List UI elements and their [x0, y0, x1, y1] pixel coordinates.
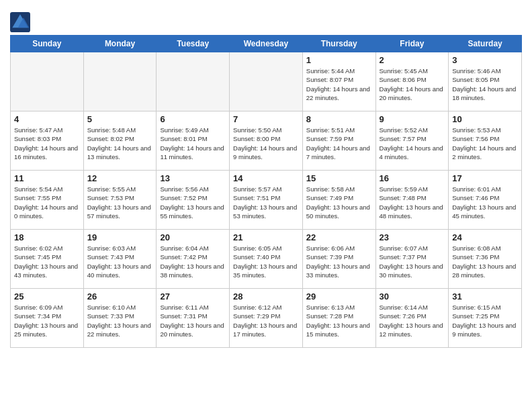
col-header-sunday: Sunday: [11, 36, 84, 52]
calendar-cell: 11Sunrise: 5:54 AM Sunset: 7:55 PM Dayli…: [11, 171, 84, 230]
day-number: 7: [233, 114, 299, 124]
col-header-thursday: Thursday: [302, 36, 375, 52]
calendar-cell: 29Sunrise: 6:13 AM Sunset: 7:28 PM Dayli…: [302, 289, 375, 348]
calendar-cell: 31Sunrise: 6:15 AM Sunset: 7:25 PM Dayli…: [449, 289, 522, 348]
day-number: 17: [452, 173, 518, 183]
day-info: Sunrise: 5:55 AM Sunset: 7:53 PM Dayligh…: [87, 185, 153, 220]
col-header-wednesday: Wednesday: [230, 36, 303, 52]
day-number: 31: [452, 291, 518, 302]
day-number: 3: [452, 55, 518, 65]
logo-icon: [10, 12, 30, 32]
calendar-cell: 25Sunrise: 6:09 AM Sunset: 7:34 PM Dayli…: [11, 289, 84, 348]
calendar-cell: 6Sunrise: 5:49 AM Sunset: 8:01 PM Daylig…: [157, 111, 230, 171]
calendar-cell: 12Sunrise: 5:55 AM Sunset: 7:53 PM Dayli…: [83, 171, 157, 230]
day-info: Sunrise: 5:52 AM Sunset: 7:57 PM Dayligh…: [380, 126, 445, 161]
day-number: 16: [380, 173, 445, 183]
day-number: 27: [160, 291, 226, 302]
calendar-cell: 13Sunrise: 5:56 AM Sunset: 7:52 PM Dayli…: [157, 171, 230, 230]
day-info: Sunrise: 5:54 AM Sunset: 7:55 PM Dayligh…: [14, 185, 80, 220]
day-info: Sunrise: 6:01 AM Sunset: 7:46 PM Dayligh…: [452, 185, 518, 220]
calendar-cell: 8Sunrise: 5:51 AM Sunset: 7:59 PM Daylig…: [302, 111, 375, 171]
week-row-2: 4Sunrise: 5:47 AM Sunset: 8:03 PM Daylig…: [11, 111, 522, 171]
calendar-cell: 22Sunrise: 6:06 AM Sunset: 7:39 PM Dayli…: [302, 230, 375, 289]
day-info: Sunrise: 6:02 AM Sunset: 7:45 PM Dayligh…: [14, 244, 80, 279]
day-number: 25: [14, 291, 80, 302]
calendar-cell: [83, 52, 157, 111]
calendar-cell: [157, 52, 230, 111]
day-info: Sunrise: 5:49 AM Sunset: 8:01 PM Dayligh…: [160, 126, 226, 161]
day-info: Sunrise: 6:08 AM Sunset: 7:36 PM Dayligh…: [452, 244, 518, 279]
day-number: 8: [306, 114, 372, 124]
day-number: 10: [452, 114, 518, 124]
day-number: 28: [233, 291, 299, 302]
col-header-monday: Monday: [83, 36, 157, 52]
day-number: 26: [87, 291, 153, 302]
day-info: Sunrise: 5:44 AM Sunset: 8:07 PM Dayligh…: [306, 66, 372, 102]
calendar-cell: 17Sunrise: 6:01 AM Sunset: 7:46 PM Dayli…: [449, 171, 522, 230]
day-number: 4: [14, 114, 80, 124]
day-info: Sunrise: 5:57 AM Sunset: 7:51 PM Dayligh…: [233, 185, 299, 220]
col-header-saturday: Saturday: [449, 36, 522, 52]
calendar-cell: 21Sunrise: 6:05 AM Sunset: 7:40 PM Dayli…: [230, 230, 303, 289]
logo: [10, 12, 33, 32]
day-number: 1: [306, 55, 372, 65]
day-info: Sunrise: 5:47 AM Sunset: 8:03 PM Dayligh…: [14, 126, 80, 161]
day-info: Sunrise: 6:12 AM Sunset: 7:29 PM Dayligh…: [233, 303, 299, 338]
page-header: [10, 7, 522, 32]
day-info: Sunrise: 6:09 AM Sunset: 7:34 PM Dayligh…: [14, 303, 80, 338]
day-number: 23: [380, 232, 445, 242]
calendar-cell: 2Sunrise: 5:45 AM Sunset: 8:06 PM Daylig…: [375, 52, 449, 111]
day-info: Sunrise: 6:04 AM Sunset: 7:42 PM Dayligh…: [160, 244, 226, 279]
calendar-cell: 30Sunrise: 6:14 AM Sunset: 7:26 PM Dayli…: [375, 289, 449, 348]
day-info: Sunrise: 6:11 AM Sunset: 7:31 PM Dayligh…: [160, 303, 226, 338]
day-info: Sunrise: 5:45 AM Sunset: 8:06 PM Dayligh…: [380, 66, 445, 102]
calendar-cell: [11, 52, 84, 111]
calendar-cell: 5Sunrise: 5:48 AM Sunset: 8:02 PM Daylig…: [83, 111, 157, 171]
calendar-cell: 14Sunrise: 5:57 AM Sunset: 7:51 PM Dayli…: [230, 171, 303, 230]
calendar-cell: 20Sunrise: 6:04 AM Sunset: 7:42 PM Dayli…: [157, 230, 230, 289]
week-row-4: 18Sunrise: 6:02 AM Sunset: 7:45 PM Dayli…: [11, 230, 522, 289]
day-info: Sunrise: 6:14 AM Sunset: 7:26 PM Dayligh…: [380, 303, 445, 338]
calendar-cell: 10Sunrise: 5:53 AM Sunset: 7:56 PM Dayli…: [449, 111, 522, 171]
calendar-cell: 9Sunrise: 5:52 AM Sunset: 7:57 PM Daylig…: [375, 111, 449, 171]
day-number: 13: [160, 173, 226, 183]
day-number: 22: [306, 232, 372, 242]
day-number: 9: [380, 114, 445, 124]
day-info: Sunrise: 5:58 AM Sunset: 7:49 PM Dayligh…: [306, 185, 372, 220]
week-row-1: 1Sunrise: 5:44 AM Sunset: 8:07 PM Daylig…: [11, 52, 522, 111]
day-number: 29: [306, 291, 372, 302]
day-number: 2: [380, 55, 445, 65]
day-info: Sunrise: 5:56 AM Sunset: 7:52 PM Dayligh…: [160, 185, 226, 220]
calendar-cell: 28Sunrise: 6:12 AM Sunset: 7:29 PM Dayli…: [230, 289, 303, 348]
day-number: 30: [380, 291, 445, 302]
day-info: Sunrise: 5:50 AM Sunset: 8:00 PM Dayligh…: [233, 126, 299, 161]
day-number: 14: [233, 173, 299, 183]
calendar-cell: [230, 52, 303, 111]
day-number: 19: [87, 232, 153, 242]
day-info: Sunrise: 6:07 AM Sunset: 7:37 PM Dayligh…: [380, 244, 445, 279]
day-number: 18: [14, 232, 80, 242]
calendar-cell: 4Sunrise: 5:47 AM Sunset: 8:03 PM Daylig…: [11, 111, 84, 171]
col-header-tuesday: Tuesday: [157, 36, 230, 52]
week-row-3: 11Sunrise: 5:54 AM Sunset: 7:55 PM Dayli…: [11, 171, 522, 230]
calendar-cell: 19Sunrise: 6:03 AM Sunset: 7:43 PM Dayli…: [83, 230, 157, 289]
day-info: Sunrise: 6:10 AM Sunset: 7:33 PM Dayligh…: [87, 303, 153, 338]
calendar-cell: 18Sunrise: 6:02 AM Sunset: 7:45 PM Dayli…: [11, 230, 84, 289]
calendar-cell: 15Sunrise: 5:58 AM Sunset: 7:49 PM Dayli…: [302, 171, 375, 230]
calendar-table: SundayMondayTuesdayWednesdayThursdayFrid…: [10, 35, 522, 348]
calendar-cell: 27Sunrise: 6:11 AM Sunset: 7:31 PM Dayli…: [157, 289, 230, 348]
day-info: Sunrise: 6:13 AM Sunset: 7:28 PM Dayligh…: [306, 303, 372, 338]
day-info: Sunrise: 5:48 AM Sunset: 8:02 PM Dayligh…: [87, 126, 153, 161]
calendar-cell: 16Sunrise: 5:59 AM Sunset: 7:48 PM Dayli…: [375, 171, 449, 230]
day-info: Sunrise: 6:06 AM Sunset: 7:39 PM Dayligh…: [306, 244, 372, 279]
calendar-cell: 24Sunrise: 6:08 AM Sunset: 7:36 PM Dayli…: [449, 230, 522, 289]
week-row-5: 25Sunrise: 6:09 AM Sunset: 7:34 PM Dayli…: [11, 289, 522, 348]
day-number: 21: [233, 232, 299, 242]
day-number: 15: [306, 173, 372, 183]
calendar-cell: 26Sunrise: 6:10 AM Sunset: 7:33 PM Dayli…: [83, 289, 157, 348]
calendar-header-row: SundayMondayTuesdayWednesdayThursdayFrid…: [11, 36, 522, 52]
day-info: Sunrise: 5:59 AM Sunset: 7:48 PM Dayligh…: [380, 185, 445, 220]
col-header-friday: Friday: [375, 36, 449, 52]
day-number: 5: [87, 114, 153, 124]
calendar-cell: 7Sunrise: 5:50 AM Sunset: 8:00 PM Daylig…: [230, 111, 303, 171]
